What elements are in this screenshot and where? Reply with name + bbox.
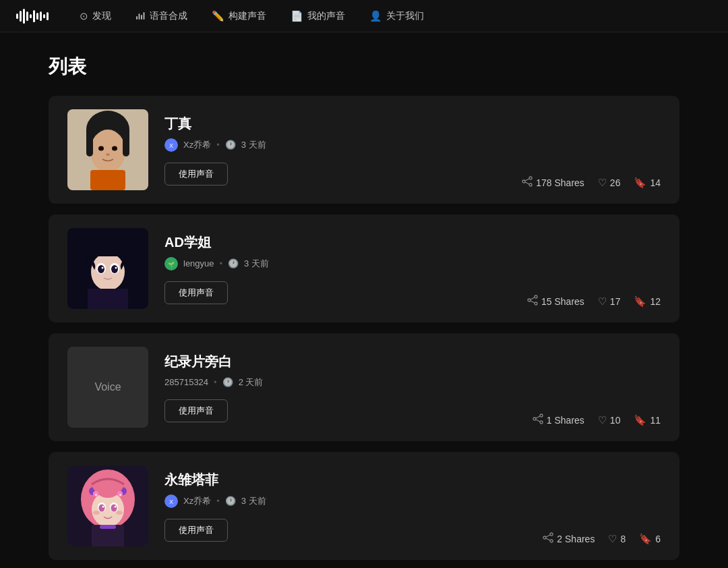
svg-point-18	[90, 130, 125, 173]
bookmark-icon: 🔖	[634, 295, 646, 308]
bookmark-stat: 🔖 12	[634, 295, 661, 308]
svg-point-51	[540, 414, 543, 417]
heart-icon: ♡	[598, 295, 607, 308]
svg-point-20	[112, 146, 117, 151]
svg-point-29	[529, 183, 532, 186]
use-voice-btn-ad[interactable]: 使用声音	[164, 281, 228, 304]
use-voice-btn-documentary[interactable]: 使用声音	[164, 399, 228, 422]
nav-tts-label: 语音合成	[150, 10, 187, 22]
svg-rect-9	[47, 12, 49, 20]
svg-rect-42	[88, 289, 128, 309]
svg-point-77	[550, 533, 553, 536]
svg-rect-11	[139, 13, 140, 20]
svg-point-40	[102, 267, 104, 269]
heart-icon: ♡	[608, 533, 617, 545]
svg-rect-6	[36, 13, 38, 20]
dot: •	[216, 140, 220, 150]
svg-point-66	[115, 506, 117, 508]
svg-rect-8	[43, 14, 45, 18]
like-stat: ♡ 17	[598, 295, 621, 308]
svg-rect-43	[81, 228, 135, 256]
time-label: 3 天前	[241, 139, 266, 151]
author-name: lengyue	[183, 258, 214, 268]
bookmark-count: 11	[650, 415, 661, 426]
dot: •	[214, 377, 217, 387]
svg-rect-4	[30, 14, 32, 18]
card-dingzhen-body: 丁真 X Xz乔希 • 🕐 3 天前 使用声音	[164, 115, 661, 186]
like-count: 26	[610, 177, 621, 188]
svg-point-19	[98, 146, 104, 151]
card-dingzhen-meta: X Xz乔希 • 🕐 3 天前	[164, 138, 661, 152]
nav-discover[interactable]: ⊙ 发现	[70, 6, 121, 26]
bookmark-icon: 🔖	[634, 414, 646, 426]
svg-rect-22	[90, 170, 125, 190]
myvoice-icon: 📄	[291, 10, 303, 22]
like-count: 10	[610, 415, 621, 426]
svg-text:X: X	[169, 142, 173, 149]
svg-rect-7	[40, 11, 42, 21]
heart-icon: ♡	[598, 177, 607, 189]
svg-point-39	[111, 265, 118, 273]
discover-icon: ⊙	[80, 10, 88, 22]
card-ad-name: AD学姐	[164, 233, 661, 252]
svg-rect-24	[123, 130, 129, 157]
share-stat: 1 Shares	[533, 414, 584, 426]
card-dingzhen: 丁真 X Xz乔希 • 🕐 3 天前 使用声音	[49, 96, 679, 204]
card-thumb-documentary: Voice	[67, 347, 148, 428]
svg-line-54	[536, 416, 540, 418]
card-thumb-yongcui: ✦ ✦	[67, 465, 148, 546]
nav-about[interactable]: 👤 关于我们	[360, 6, 433, 26]
tts-icon	[135, 10, 146, 22]
svg-line-55	[536, 420, 540, 422]
svg-rect-1	[20, 11, 22, 22]
share-stat: 178 Shares	[522, 176, 584, 189]
nav-build-label: 构建声音	[229, 10, 266, 22]
svg-rect-3	[26, 11, 28, 21]
share-count: 2 Shares	[557, 534, 595, 544]
card-yongcui: ✦ ✦ 永雏塔菲 X Xz乔希 • 🕐 3 天前 使用声音	[49, 452, 679, 560]
card-ad-meta: 🌱 lengyue • 🕐 3 天前	[164, 257, 661, 271]
card-documentary: Voice 纪录片旁白 285715324 • 🕐 2 天前 使用声音	[49, 333, 679, 441]
heart-icon: ♡	[598, 414, 607, 426]
svg-rect-23	[86, 130, 93, 157]
card-dingzhen-stats: 178 Shares ♡ 26 🔖 14	[522, 176, 661, 189]
share-count: 1 Shares	[547, 415, 584, 426]
page-content: 列表	[0, 32, 728, 568]
svg-point-38	[98, 265, 104, 273]
svg-rect-12	[141, 15, 142, 20]
svg-point-67	[93, 511, 100, 515]
card-documentary-name: 纪录片旁白	[164, 353, 661, 371]
svg-line-81	[546, 538, 550, 540]
author-name: Xz乔希	[183, 139, 211, 151]
navbar: ⊙ 发现 语音合成 ✏️ 构建声音 📄 我的声音 👤 关于我们	[0, 0, 728, 32]
like-count: 8	[620, 534, 626, 544]
svg-line-49	[530, 297, 535, 300]
author-name: Xz乔希	[183, 495, 211, 507]
svg-text:✦: ✦	[119, 493, 122, 497]
svg-rect-13	[144, 12, 145, 20]
author-avatar-xz: X	[164, 138, 178, 152]
nav-build-voice[interactable]: ✏️ 构建声音	[202, 6, 276, 26]
share-count: 15 Shares	[541, 296, 584, 307]
voice-placeholder-text: Voice	[94, 381, 121, 393]
svg-text:🌱: 🌱	[168, 261, 175, 268]
nav-my-voice[interactable]: 📄 我的声音	[281, 6, 355, 26]
use-voice-btn-dingzhen[interactable]: 使用声音	[164, 163, 228, 186]
share-count: 178 Shares	[536, 177, 584, 188]
logo[interactable]	[16, 8, 49, 24]
about-icon: 👤	[369, 10, 382, 22]
build-icon: ✏️	[212, 10, 224, 22]
author-avatar-xz2: X	[164, 494, 178, 508]
use-voice-btn-yongcui[interactable]: 使用声音	[164, 519, 228, 542]
svg-point-21	[106, 153, 110, 156]
clock-icon: 🕐	[222, 377, 233, 387]
svg-point-53	[540, 421, 543, 424]
share-icon	[533, 414, 543, 426]
clock-icon: 🕐	[228, 258, 239, 268]
bookmark-count: 6	[655, 534, 661, 544]
svg-text:X: X	[169, 499, 173, 505]
nav-tts[interactable]: 语音合成	[126, 6, 197, 26]
card-yongcui-body: 永雏塔菲 X Xz乔希 • 🕐 3 天前 使用声音	[164, 471, 661, 542]
svg-rect-0	[16, 13, 18, 19]
svg-point-79	[550, 540, 553, 542]
